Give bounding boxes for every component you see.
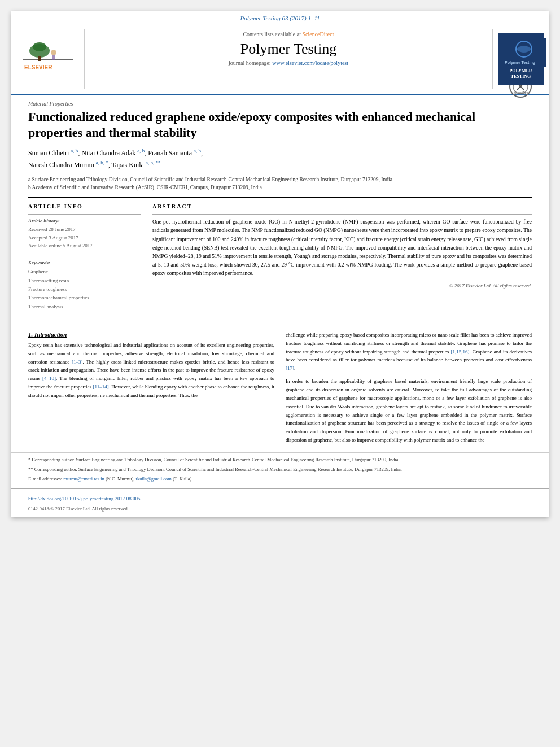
svg-text:Polymer Testing: Polymer Testing [505, 60, 535, 65]
divider [28, 214, 141, 215]
copyright: © 2017 Elsevier Ltd. All rights reserved… [152, 283, 532, 289]
svg-point-4 [51, 50, 56, 55]
keyword-fracture: Fracture toughness [28, 285, 141, 294]
article-info-heading: ARTICLE INFO [28, 203, 141, 209]
email-footnote: E-mail addresses: murmu@cmeri.res.in (N.… [28, 475, 532, 483]
footnote-1: * Corresponding author. Surface Engineer… [28, 456, 532, 464]
journal-center: Contents lists available at ScienceDirec… [85, 29, 492, 89]
svg-text:CrossMark: CrossMark [514, 91, 528, 94]
citation-text: Polymer Testing 63 (2017) 1–11 [240, 15, 320, 21]
journal-homepage: journal homepage: www.elsevier.com/locat… [96, 60, 481, 66]
pt-logo-text: POLYMER TESTING [502, 68, 540, 80]
elsevier-logo: ELSEVIER [11, 29, 85, 89]
intro-paragraph-2: challenge while preparing epoxy based co… [286, 331, 532, 373]
abstract-text: One-pot hydrothermal reduction of graphe… [152, 218, 532, 278]
svg-rect-3 [38, 56, 41, 61]
body-section: 1. Introduction Epoxy resin has extensiv… [11, 331, 549, 449]
affiliations: a Surface Engineering and Tribology Divi… [28, 176, 532, 192]
received-date: Received 28 June 2017 [28, 225, 141, 233]
accepted-date: Accepted 3 August 2017 [28, 234, 141, 242]
email-kuila[interactable]: tkuila@gmail.com [136, 476, 172, 482]
intro-heading: 1. Introduction [28, 331, 274, 338]
keywords-section: Keywords: Graphene Thermosetting resin F… [28, 260, 141, 311]
journal-title: Polymer Testing [96, 41, 481, 58]
doi-section: http://dx.doi.org/10.1016/j.polymertesti… [11, 488, 549, 517]
available-date: Available online 5 August 2017 [28, 242, 141, 250]
homepage-link[interactable]: www.elsevier.com/locate/polytest [272, 60, 348, 66]
doi-link[interactable]: http://dx.doi.org/10.1016/j.polymertesti… [28, 496, 141, 501]
pt-logo-image: Polymer Testing [502, 38, 546, 67]
article-header: Material Properties CrossMark Functional… [11, 95, 549, 317]
affiliation-a: a Surface Engineering and Tribology Divi… [28, 176, 532, 184]
keyword-thermal: Thermal analysis [28, 303, 141, 311]
section-divider [11, 324, 549, 324]
affiliation-b: b Academy of Scientific and Innovative R… [28, 184, 532, 191]
abstract-section: ABSTRACT One-pot hydrothermal reduction … [152, 203, 532, 311]
pt-logo-box: Polymer Testing POLYMER TESTING [498, 33, 544, 85]
article-info-abstract: ARTICLE INFO Article history: Received 2… [28, 197, 532, 311]
journal-citation: Polymer Testing 63 (2017) 1–11 [11, 11, 549, 24]
keywords-heading: Keywords: [28, 260, 141, 265]
keyword-thermosetting: Thermosetting resin [28, 277, 141, 285]
svg-point-2 [33, 42, 46, 51]
history-heading: Article history: [28, 218, 141, 224]
keyword-graphene: Graphene [28, 268, 141, 276]
journal-header: ELSEVIER Contents lists available at Sci… [11, 24, 549, 95]
section-label: Material Properties [28, 101, 532, 107]
svg-rect-0 [23, 59, 73, 60]
elsevier-logo-svg: ELSEVIER [23, 42, 73, 73]
issn-text: 0142-9418/© 2017 Elsevier Ltd. All right… [28, 506, 129, 512]
intro-paragraph-3: In order to broaden the applicability of… [286, 377, 532, 444]
keyword-thermomechanical: Thermomechanical properties [28, 294, 141, 302]
footnotes: * Corresponding author. Surface Engineer… [11, 452, 549, 489]
abstract-heading: ABSTRACT [152, 203, 532, 209]
contents-available-text: Contents lists available at ScienceDirec… [96, 31, 481, 37]
abstract-divider [152, 214, 532, 215]
email-murmu[interactable]: murmu@cmeri.res.in [63, 476, 104, 482]
sciencedirect-link[interactable]: ScienceDirect [302, 31, 334, 37]
article-title: Functionalized reduced graphene oxide/ep… [28, 109, 532, 141]
body-right-column: challenge while preparing epoxy based co… [286, 331, 532, 449]
body-left-column: 1. Introduction Epoxy resin has extensiv… [28, 331, 274, 449]
article-info-panel: ARTICLE INFO Article history: Received 2… [28, 203, 141, 311]
footnote-2: ** Corresponding author. Surface Enginee… [28, 466, 532, 473]
intro-paragraph-1: Epoxy resin has extensive technological … [28, 341, 274, 400]
svg-rect-5 [52, 55, 55, 60]
authors: Suman Chhetri a, b, Nitai Chandra Adak a… [28, 147, 532, 171]
polymer-testing-logo: Polymer Testing POLYMER TESTING [492, 29, 549, 89]
svg-text:ELSEVIER: ELSEVIER [24, 64, 53, 71]
page: Polymer Testing 63 (2017) 1–11 ELSEVIER [11, 11, 549, 517]
